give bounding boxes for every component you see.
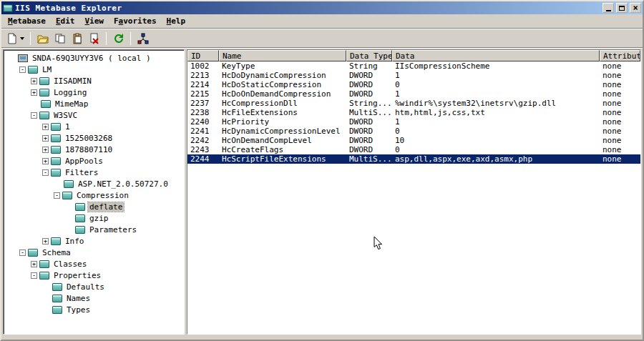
table-row-2237[interactable]: 2237HcCompressionDllString...%windir%\sy… [187,99,640,108]
menu-item-favorites[interactable]: Favorites [109,15,162,27]
tree-item-lm[interactable]: -LM [4,64,184,75]
cell-attributes: none [600,80,640,89]
tree-item-label: W3SVC [52,111,79,120]
connect-button[interactable] [135,31,151,46]
tree-item-apppools[interactable]: +AppPools [4,155,184,167]
cell-attributes: none [600,108,640,117]
tree-item-mimemap[interactable]: MimeMap [4,98,184,109]
tree-item-w3svc[interactable]: -W3SVC [4,109,184,121]
table-row-2243[interactable]: 2243HcCreateFlagsDWORD0none [187,145,640,154]
paste-button[interactable] [69,31,85,46]
tree-item-deflate[interactable]: deflate [4,201,184,212]
tree-item-logging[interactable]: +Logging [4,87,184,98]
expand-box-icon[interactable]: + [31,261,37,267]
expand-box-icon[interactable]: + [42,135,49,142]
column-header-data[interactable]: Data [392,50,600,61]
refresh-icon [113,33,125,44]
expand-box-icon[interactable]: + [42,158,49,164]
tree-item-1[interactable]: +1 [4,121,184,132]
table-row-2240[interactable]: 2240HcPriorityDWORD1none [187,117,640,127]
new-key-button[interactable] [4,31,26,46]
list-body: 1002KeyTypeStringIIsCompressionSchemenon… [187,61,640,334]
tree-item-label: Names [65,294,92,303]
network-icon [137,33,149,44]
column-header-name[interactable]: Name [219,50,346,61]
cell-id: 2242 [187,136,219,145]
expand-box-icon[interactable]: + [42,147,49,153]
tree-item-names[interactable]: Names [4,292,184,304]
cell-name: HcDoOnDemandCompression [219,89,346,99]
copy-icon [54,33,66,44]
collapse-box-icon[interactable]: - [19,249,26,256]
tree-item-defaults[interactable]: Defaults [4,281,184,292]
tree-item-compression[interactable]: -Compression [4,189,184,201]
metabase-key-icon [28,66,38,74]
collapse-box-icon[interactable]: - [31,112,37,119]
tree-item-types[interactable]: Types [4,304,184,315]
table-row-2215[interactable]: 2215HcDoOnDemandCompressionDWORD1none [187,89,640,99]
menu-item-edit[interactable]: Edit [51,15,80,27]
cell-name: HcFileExtensions [219,108,346,117]
cell-attributes: none [600,136,640,145]
tree-item-properties[interactable]: -Properties [4,270,184,281]
metabase-key-icon [52,295,62,302]
collapse-box-icon[interactable]: - [54,192,60,199]
tree-item-classes[interactable]: +Classes [4,258,184,270]
expand-box-icon[interactable]: + [31,78,37,84]
refresh-button[interactable] [110,31,127,46]
maximize-button[interactable] [616,3,628,13]
cell-attributes: none [600,61,640,71]
metabase-key-icon [62,192,72,199]
cell-data: %windir%\system32\inetsrv\gzip.dll [392,99,600,108]
table-row-2214[interactable]: 2214HcDoStaticCompressionDWORD0none [187,80,640,89]
tree-item-schema[interactable]: -Schema [4,247,184,258]
cell-id: 2240 [187,117,219,127]
table-row-2244[interactable]: 2244HcScriptFileExtensionsMultiS...asp,d… [187,154,640,164]
tree-item-parameters[interactable]: Parameters [4,224,184,235]
column-header-id[interactable]: ID [187,50,219,61]
minimize-button[interactable] [602,3,614,13]
menu-item-view[interactable]: View [79,15,109,27]
expand-box-icon[interactable]: + [42,124,49,130]
tree-item-asp-net-2-0-50727-0[interactable]: ASP.NET_2.0.50727.0 [4,178,184,189]
expand-box-icon[interactable]: + [31,89,37,96]
expand-box-icon[interactable]: + [42,238,49,244]
metabase-key-icon [51,123,61,131]
collapse-box-icon[interactable]: - [42,169,49,176]
tree-item-info[interactable]: +Info [4,235,184,247]
collapse-box-icon[interactable]: - [19,66,26,73]
menu-item-metabase[interactable]: Metabase [3,15,51,27]
cell-attributes: none [600,117,640,127]
table-row-2238[interactable]: 2238HcFileExtensionsMultiS...htm,html,js… [187,108,640,117]
column-header-data-type[interactable]: Data Type [346,50,392,61]
metabase-key-icon [39,77,49,85]
tree-item-iisadmin[interactable]: +IISADMIN [4,75,184,87]
tree-item-label: 1525003268 [64,134,114,143]
table-row-2241[interactable]: 2241HcDynamicCompressionLevelDWORD0none [187,127,640,136]
tree-item-filters[interactable]: -Filters [4,167,184,178]
menu-item-help[interactable]: Help [162,15,191,27]
cell-attributes: none [600,89,640,99]
tree-item-label: MimeMap [54,99,89,109]
copy-button[interactable] [52,31,68,46]
cell-data: 1 [392,89,600,99]
tree-item-1525003268[interactable]: +1525003268 [4,132,184,144]
collapse-box-icon[interactable]: - [31,272,37,279]
table-row-1002[interactable]: 1002KeyTypeStringIIsCompressionSchemenon… [187,61,640,71]
cell-attributes: none [600,127,640,136]
tree-item-snda-69q3uyy3v6-local[interactable]: SNDA-69Q3UYY3V6 ( local ) [4,52,184,64]
table-row-2213[interactable]: 2213HcDoDynamicCompressionDWORD1none [187,71,640,80]
delete-button[interactable] [86,31,102,46]
tree-item-label: IISADMIN [52,76,93,86]
tree-item-gzip[interactable]: gzip [4,212,184,224]
cell-name: HcOnDemandCompLevel [219,136,346,145]
close-button[interactable]: × [630,3,641,13]
toolbar-separator [130,32,131,45]
table-row-2242[interactable]: 2242HcOnDemandCompLevelDWORD10none [187,136,640,145]
tree-item-1878807110[interactable]: +1878807110 [4,144,184,155]
metabase-key-icon [28,249,38,257]
column-header-attributes[interactable]: Attributes [600,50,640,61]
metabase-key-icon [52,283,62,291]
cell-data: htm,html,js,css,txt [392,108,600,117]
open-button[interactable] [34,31,51,46]
